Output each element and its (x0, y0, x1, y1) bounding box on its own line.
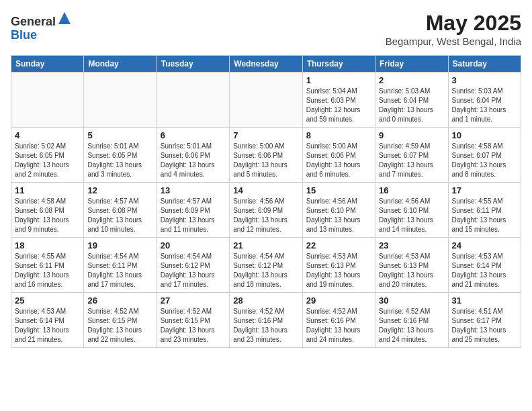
day-cell: 24Sunrise: 4:53 AM Sunset: 6:14 PM Dayli… (448, 238, 521, 293)
day-cell: 19Sunrise: 4:54 AM Sunset: 6:11 PM Dayli… (84, 238, 157, 293)
logo-general-text: General (11, 15, 56, 28)
day-cell: 25Sunrise: 4:53 AM Sunset: 6:14 PM Dayli… (11, 293, 84, 348)
day-info: Sunrise: 4:56 AM Sunset: 6:09 PM Dayligh… (233, 197, 298, 234)
day-info: Sunrise: 4:51 AM Sunset: 6:17 PM Dayligh… (452, 307, 517, 345)
month-title: May 2025 (386, 11, 521, 36)
day-cell: 16Sunrise: 4:56 AM Sunset: 6:10 PM Dayli… (375, 183, 448, 238)
weekday-header-saturday: Saturday (448, 56, 521, 73)
day-info: Sunrise: 4:52 AM Sunset: 6:15 PM Dayligh… (161, 307, 226, 345)
day-cell (84, 73, 157, 128)
day-number: 13 (161, 185, 226, 195)
day-cell: 5Sunrise: 5:01 AM Sunset: 6:05 PM Daylig… (84, 128, 157, 183)
day-cell: 7Sunrise: 5:00 AM Sunset: 6:06 PM Daylig… (230, 128, 302, 183)
day-number: 28 (233, 295, 298, 306)
day-cell: 11Sunrise: 4:58 AM Sunset: 6:08 PM Dayli… (11, 183, 84, 238)
day-number: 29 (306, 295, 371, 306)
day-cell: 17Sunrise: 4:55 AM Sunset: 6:11 PM Dayli… (448, 183, 521, 238)
day-cell: 29Sunrise: 4:52 AM Sunset: 6:16 PM Dayli… (302, 293, 375, 348)
day-cell: 26Sunrise: 4:52 AM Sunset: 6:15 PM Dayli… (84, 293, 157, 348)
location-title: Begampur, West Bengal, India (386, 36, 521, 47)
day-info: Sunrise: 5:02 AM Sunset: 6:05 PM Dayligh… (15, 142, 80, 179)
day-info: Sunrise: 4:57 AM Sunset: 6:08 PM Dayligh… (87, 197, 152, 234)
day-number: 4 (15, 130, 80, 140)
day-number: 9 (379, 130, 444, 140)
day-cell: 8Sunrise: 5:00 AM Sunset: 6:06 PM Daylig… (302, 128, 375, 183)
day-number: 1 (306, 75, 371, 85)
page-header: General Blue May 2025 Begampur, West Ben… (11, 11, 521, 47)
weekday-header-monday: Monday (84, 56, 157, 73)
day-info: Sunrise: 4:52 AM Sunset: 6:16 PM Dayligh… (379, 307, 444, 345)
day-info: Sunrise: 4:52 AM Sunset: 6:16 PM Dayligh… (233, 307, 298, 345)
day-number: 12 (87, 185, 152, 195)
day-cell: 20Sunrise: 4:54 AM Sunset: 6:12 PM Dayli… (157, 238, 229, 293)
logo: General Blue (11, 11, 72, 42)
day-number: 27 (161, 295, 226, 306)
day-number: 18 (15, 240, 80, 250)
day-info: Sunrise: 4:54 AM Sunset: 6:12 PM Dayligh… (161, 252, 226, 289)
day-cell: 30Sunrise: 4:52 AM Sunset: 6:16 PM Dayli… (375, 293, 448, 348)
day-cell: 27Sunrise: 4:52 AM Sunset: 6:15 PM Dayli… (157, 293, 229, 348)
calendar-table: SundayMondayTuesdayWednesdayThursdayFrid… (11, 55, 521, 348)
day-number: 10 (452, 130, 517, 140)
day-info: Sunrise: 4:53 AM Sunset: 6:14 PM Dayligh… (15, 307, 80, 345)
day-cell (11, 73, 84, 128)
day-info: Sunrise: 4:56 AM Sunset: 6:10 PM Dayligh… (379, 197, 444, 234)
day-number: 24 (452, 240, 517, 250)
day-info: Sunrise: 4:55 AM Sunset: 6:11 PM Dayligh… (452, 197, 517, 234)
day-cell: 2Sunrise: 5:03 AM Sunset: 6:04 PM Daylig… (375, 73, 448, 128)
day-info: Sunrise: 4:53 AM Sunset: 6:14 PM Dayligh… (452, 252, 517, 289)
day-info: Sunrise: 5:03 AM Sunset: 6:04 PM Dayligh… (379, 87, 444, 124)
day-cell (157, 73, 229, 128)
day-number: 30 (379, 295, 444, 306)
day-number: 16 (379, 185, 444, 195)
day-number: 7 (233, 130, 298, 140)
day-number: 5 (87, 130, 152, 140)
day-info: Sunrise: 5:00 AM Sunset: 6:06 PM Dayligh… (306, 142, 371, 179)
week-row-2: 4Sunrise: 5:02 AM Sunset: 6:05 PM Daylig… (11, 128, 521, 183)
weekday-header-wednesday: Wednesday (230, 56, 302, 73)
day-info: Sunrise: 4:58 AM Sunset: 6:07 PM Dayligh… (452, 142, 517, 179)
day-cell: 23Sunrise: 4:53 AM Sunset: 6:13 PM Dayli… (375, 238, 448, 293)
weekday-header-sunday: Sunday (11, 56, 84, 73)
day-number: 20 (161, 240, 226, 250)
day-cell: 6Sunrise: 5:01 AM Sunset: 6:06 PM Daylig… (157, 128, 229, 183)
day-number: 11 (15, 185, 80, 195)
day-info: Sunrise: 4:56 AM Sunset: 6:10 PM Dayligh… (306, 197, 371, 234)
day-number: 25 (15, 295, 80, 306)
day-number: 19 (87, 240, 152, 250)
day-number: 6 (161, 130, 226, 140)
weekday-header-friday: Friday (375, 56, 448, 73)
day-number: 3 (452, 75, 517, 85)
day-cell: 9Sunrise: 4:59 AM Sunset: 6:07 PM Daylig… (375, 128, 448, 183)
day-info: Sunrise: 5:01 AM Sunset: 6:06 PM Dayligh… (161, 142, 226, 179)
day-info: Sunrise: 4:53 AM Sunset: 6:13 PM Dayligh… (306, 252, 371, 289)
week-row-4: 18Sunrise: 4:55 AM Sunset: 6:11 PM Dayli… (11, 238, 521, 293)
week-row-1: 1Sunrise: 5:04 AM Sunset: 6:03 PM Daylig… (11, 73, 521, 128)
day-cell: 10Sunrise: 4:58 AM Sunset: 6:07 PM Dayli… (448, 128, 521, 183)
day-cell: 31Sunrise: 4:51 AM Sunset: 6:17 PM Dayli… (448, 293, 521, 348)
day-cell: 28Sunrise: 4:52 AM Sunset: 6:16 PM Dayli… (230, 293, 302, 348)
logo-blue-text: Blue (11, 28, 37, 42)
day-cell: 15Sunrise: 4:56 AM Sunset: 6:10 PM Dayli… (302, 183, 375, 238)
day-number: 2 (379, 75, 444, 85)
logo-icon (57, 11, 72, 26)
day-cell: 21Sunrise: 4:54 AM Sunset: 6:12 PM Dayli… (230, 238, 302, 293)
day-cell: 4Sunrise: 5:02 AM Sunset: 6:05 PM Daylig… (11, 128, 84, 183)
day-number: 23 (379, 240, 444, 250)
day-cell: 18Sunrise: 4:55 AM Sunset: 6:11 PM Dayli… (11, 238, 84, 293)
day-cell: 14Sunrise: 4:56 AM Sunset: 6:09 PM Dayli… (230, 183, 302, 238)
day-number: 14 (233, 185, 298, 195)
day-cell (230, 73, 302, 128)
day-info: Sunrise: 4:52 AM Sunset: 6:15 PM Dayligh… (87, 307, 152, 345)
day-number: 15 (306, 185, 371, 195)
week-row-5: 25Sunrise: 4:53 AM Sunset: 6:14 PM Dayli… (11, 293, 521, 348)
day-info: Sunrise: 5:03 AM Sunset: 6:04 PM Dayligh… (452, 87, 517, 124)
day-number: 21 (233, 240, 298, 250)
day-info: Sunrise: 4:53 AM Sunset: 6:13 PM Dayligh… (379, 252, 444, 289)
day-info: Sunrise: 4:54 AM Sunset: 6:11 PM Dayligh… (87, 252, 152, 289)
day-info: Sunrise: 4:57 AM Sunset: 6:09 PM Dayligh… (161, 197, 226, 234)
day-number: 26 (87, 295, 152, 306)
day-info: Sunrise: 4:58 AM Sunset: 6:08 PM Dayligh… (15, 197, 80, 234)
week-row-3: 11Sunrise: 4:58 AM Sunset: 6:08 PM Dayli… (11, 183, 521, 238)
day-info: Sunrise: 4:55 AM Sunset: 6:11 PM Dayligh… (15, 252, 80, 289)
